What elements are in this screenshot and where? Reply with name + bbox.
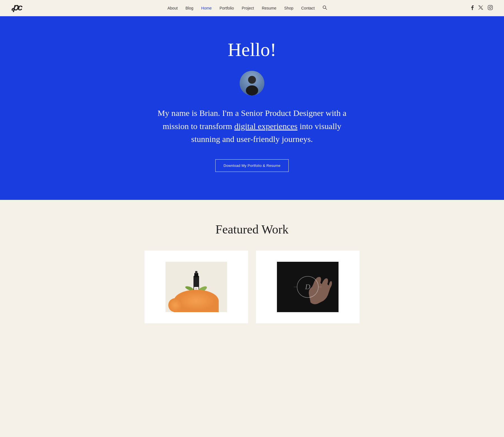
nav-about[interactable]: About [167, 6, 178, 10]
svg-point-15 [192, 298, 195, 301]
svg-line-2 [326, 8, 327, 10]
card-image-1: BIHL green essence [165, 262, 227, 312]
svg-text:green essence: green essence [194, 290, 199, 291]
nav-home[interactable]: Home [201, 6, 212, 10]
portfolio-card-2[interactable]: D [256, 251, 360, 323]
portfolio-card-1[interactable]: BIHL green essence [144, 251, 248, 323]
nav-links: About Blog Home Portfolio Project Resume… [167, 5, 327, 11]
nav-resume[interactable]: Resume [262, 6, 276, 10]
svg-point-9 [246, 85, 258, 95]
nav-shop[interactable]: Shop [284, 6, 293, 10]
nav-contact[interactable]: Contact [301, 6, 315, 10]
card-image-2: D [277, 262, 339, 312]
svg-text:BIHL: BIHL [195, 288, 197, 289]
svg-point-14 [189, 294, 203, 308]
hero-description: My name is Brian. I'm a Senior Product D… [148, 107, 356, 146]
svg-rect-19 [195, 271, 197, 274]
facebook-icon[interactable] [471, 5, 474, 11]
download-cta-button[interactable]: Download My Portfolio & Resume [215, 159, 288, 172]
svg-point-5 [491, 6, 492, 6]
x-twitter-icon[interactable] [478, 5, 483, 11]
search-icon[interactable] [323, 6, 327, 11]
svg-point-8 [248, 76, 256, 84]
instagram-icon[interactable] [488, 5, 493, 11]
featured-title: Featured Work [11, 222, 493, 237]
hero-section: Hello! My name is Brian. I'm a Senior Pr… [0, 16, 504, 200]
nav-portfolio[interactable]: Portfolio [220, 6, 234, 10]
navbar: ꝓc About Blog Home Portfolio Project Res… [0, 0, 504, 16]
svg-point-16 [197, 300, 199, 303]
avatar [240, 71, 264, 95]
hero-title: Hello! [11, 39, 493, 61]
nav-project[interactable]: Project [242, 6, 254, 10]
featured-work-section: Featured Work [0, 200, 504, 335]
svg-point-4 [489, 6, 491, 8]
svg-point-11 [184, 288, 209, 312]
site-logo[interactable]: ꝓc [11, 2, 24, 14]
svg-rect-3 [488, 5, 493, 10]
nav-blog[interactable]: Blog [186, 6, 193, 10]
svg-point-13 [203, 298, 217, 312]
svg-text:ꝓc: ꝓc [11, 2, 23, 12]
digital-experiences-link[interactable]: digital experiences [234, 121, 298, 131]
cards-container: BIHL green essence [11, 251, 493, 323]
svg-text:D: D [305, 283, 311, 291]
svg-point-12 [174, 298, 191, 312]
svg-rect-20 [194, 287, 199, 293]
social-links [471, 5, 493, 11]
